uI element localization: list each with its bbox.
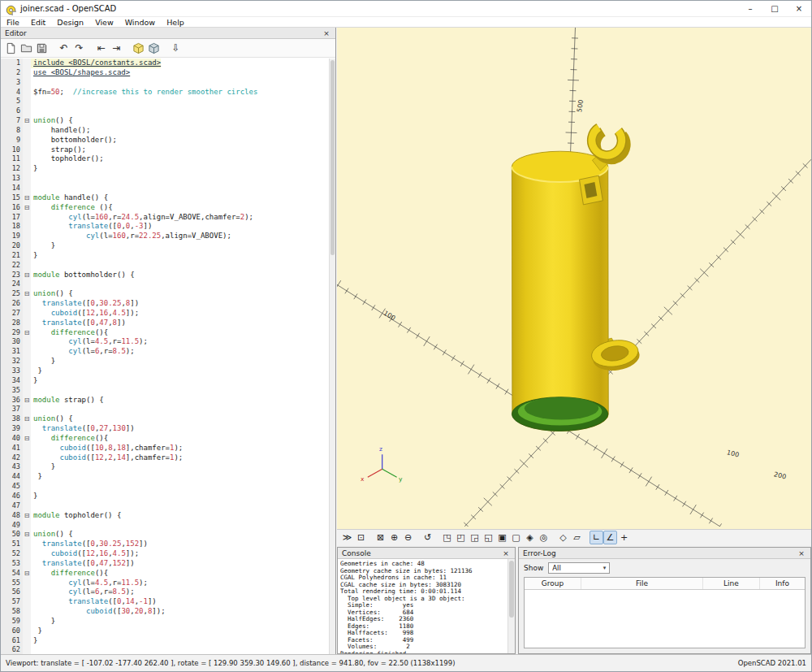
code-line-11[interactable]: 11 topholder();: [1, 154, 329, 164]
code-line-39[interactable]: 39 translate([0,27,130]): [1, 424, 329, 434]
code-line-46[interactable]: 46}: [1, 492, 329, 501]
errorlog-close-button[interactable]: ×: [797, 549, 806, 557]
unindent-button[interactable]: ⇤: [93, 41, 109, 56]
errorlog-column-info[interactable]: Info: [760, 578, 805, 589]
new-file-button[interactable]: [3, 41, 19, 56]
errorlog-filter-select[interactable]: All ▾: [548, 562, 610, 574]
fold-marker-icon[interactable]: ⊟: [23, 289, 31, 299]
close-button[interactable]: ×: [787, 1, 811, 16]
code-line-56[interactable]: 56 cyl(l=6,r=8.5);: [1, 587, 329, 597]
undo-button[interactable]: ↶: [56, 41, 71, 56]
menu-help[interactable]: Help: [161, 18, 190, 27]
menu-window[interactable]: Window: [119, 18, 161, 27]
code-line-47[interactable]: 47: [1, 501, 329, 511]
console-close-button[interactable]: ×: [501, 549, 511, 557]
code-line-41[interactable]: 41 cuboid([10,8,18],chamfer=1);: [1, 444, 329, 453]
reset-view-button[interactable]: ↺: [421, 531, 434, 544]
minimize-button[interactable]: –: [738, 1, 762, 16]
console-output[interactable]: Geometries in cache: 48Geometry cache si…: [338, 559, 508, 653]
zoom-in-button[interactable]: ⊕: [387, 531, 401, 544]
code-line-1[interactable]: 1include <BOSL/constants.scad>: [1, 59, 329, 68]
code-line-14[interactable]: 14: [1, 184, 329, 193]
zoom-all-button[interactable]: ⊠: [374, 531, 387, 544]
code-line-10[interactable]: 10 strap();: [1, 145, 329, 155]
code-line-23[interactable]: 23⊟module bottomholder() {: [1, 271, 329, 280]
code-line-21[interactable]: 21}: [1, 251, 329, 261]
code-line-59[interactable]: 59 }: [1, 617, 329, 626]
show-axes-button[interactable]: ∟: [590, 531, 603, 544]
viewport-canvas[interactable]: [337, 28, 811, 527]
code-line-26[interactable]: 26 translate([0,30.25,8]): [1, 299, 329, 309]
view-right-button[interactable]: ◳: [440, 531, 454, 544]
fold-marker-icon[interactable]: ⊟: [23, 414, 31, 424]
show-scale-markers-button[interactable]: ∠: [603, 531, 617, 544]
code-line-34[interactable]: 34}: [1, 376, 329, 386]
fold-marker-icon[interactable]: ⊟: [23, 396, 31, 405]
code-line-58[interactable]: 58 cuboid([30,20,8]);: [1, 607, 329, 617]
editor-scrollbar-thumb[interactable]: [330, 60, 335, 255]
errorlog-column-line[interactable]: Line: [703, 578, 760, 589]
code-line-24[interactable]: 24: [1, 280, 329, 289]
view-top-button[interactable]: ◰: [454, 531, 468, 544]
code-line-18[interactable]: 18 translate([0,0,-3]): [1, 222, 329, 232]
console-scrollbar-thumb[interactable]: [509, 561, 514, 618]
zoom-out-button[interactable]: ⊖: [401, 531, 415, 544]
code-line-38[interactable]: 38⊟union() {: [1, 414, 329, 424]
code-line-44[interactable]: 44 }: [1, 472, 329, 482]
code-line-5[interactable]: 5: [1, 97, 329, 106]
code-line-25[interactable]: 25⊟union() {: [1, 289, 329, 299]
code-line-54[interactable]: 54⊟ difference(){: [1, 569, 329, 579]
view-back-button[interactable]: ▢: [509, 531, 523, 544]
fold-marker-icon[interactable]: ⊟: [23, 328, 31, 338]
code-line-61[interactable]: 61}: [1, 636, 329, 646]
export-stl-button[interactable]: ⇩: [168, 41, 184, 56]
code-line-13[interactable]: 13: [1, 174, 329, 184]
maximize-button[interactable]: □: [762, 1, 787, 16]
code-line-57[interactable]: 57 translate([0,14,-1]): [1, 597, 329, 607]
menu-design[interactable]: Design: [51, 18, 89, 27]
console-scrollbar[interactable]: [508, 559, 515, 653]
fold-marker-icon[interactable]: ⊟: [23, 434, 31, 444]
code-line-36[interactable]: 36⊟module strap() {: [1, 396, 329, 405]
code-line-49[interactable]: 49: [1, 521, 329, 531]
code-line-2[interactable]: 2use <BOSL/shapes.scad>: [1, 68, 329, 78]
indent-button[interactable]: ⇥: [109, 41, 124, 56]
code-line-8[interactable]: 8 handle();: [1, 126, 329, 136]
fold-marker-icon[interactable]: ⊟: [23, 569, 31, 579]
code-line-6[interactable]: 6: [1, 106, 329, 116]
menu-file[interactable]: File: [1, 18, 25, 27]
fold-marker-icon[interactable]: ⊟: [23, 116, 31, 126]
errorlog-column-file[interactable]: File: [581, 578, 703, 589]
code-line-51[interactable]: 51 translate([0,30.25,152]): [1, 540, 329, 549]
code-line-17[interactable]: 17 cyl(l=160,r=24.5,align=V_ABOVE,chamfe…: [1, 213, 329, 223]
code-line-12[interactable]: 12}: [1, 164, 329, 174]
view-front-button[interactable]: ▣: [495, 531, 509, 544]
menu-view[interactable]: View: [89, 18, 119, 27]
view-bottom-button[interactable]: ◲: [468, 531, 482, 544]
fold-marker-icon[interactable]: ⊟: [23, 203, 31, 213]
menu-edit[interactable]: Edit: [25, 18, 51, 27]
redo-button[interactable]: ↷: [71, 41, 87, 56]
open-button[interactable]: [19, 41, 34, 56]
code-line-27[interactable]: 27 cuboid([12,16,4.5]);: [1, 309, 329, 319]
code-line-15[interactable]: 15⊟module handle() {: [1, 193, 329, 203]
code-line-9[interactable]: 9 bottomholder();: [1, 136, 329, 145]
code-line-4[interactable]: 4$fn=50; //increase this to render smoot…: [1, 88, 329, 98]
fold-marker-icon[interactable]: ⊟: [23, 511, 31, 521]
preview-button[interactable]: [131, 41, 146, 56]
code-line-35[interactable]: 35: [1, 386, 329, 396]
editor-close-button[interactable]: ×: [322, 29, 331, 37]
show-crosshairs-button[interactable]: +: [617, 531, 631, 544]
code-line-3[interactable]: 3: [1, 78, 329, 88]
code-line-48[interactable]: 48⊟module topholder() {: [1, 511, 329, 521]
fold-marker-icon[interactable]: ⊟: [23, 530, 31, 540]
code-line-43[interactable]: 43 }: [1, 462, 329, 472]
code-line-62[interactable]: 62: [1, 645, 329, 654]
code-line-28[interactable]: 28 translate([0,47,8]): [1, 319, 329, 328]
code-line-16[interactable]: 16⊟ difference (){: [1, 203, 329, 213]
render-button[interactable]: [146, 41, 162, 56]
errorlog-column-group[interactable]: Group: [525, 578, 581, 589]
code-line-31[interactable]: 31 cyl(l=6,r=8.5);: [1, 347, 329, 357]
code-line-30[interactable]: 30 cyl(l=4.5,r=11.5);: [1, 337, 329, 347]
code-line-50[interactable]: 50⊟union() {: [1, 530, 329, 540]
